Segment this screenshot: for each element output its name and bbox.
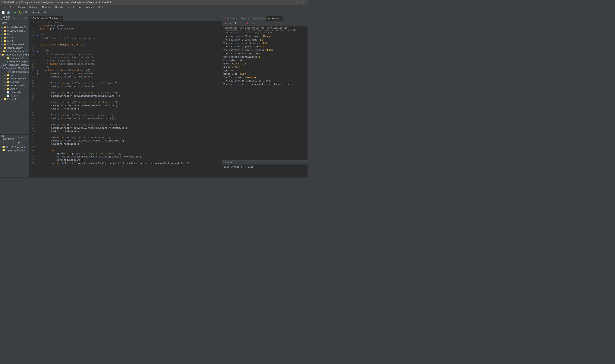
line-content[interactable]: System.out.print("The customer's birth y… (39, 101, 222, 104)
minimize-btn[interactable]: — (296, 1, 299, 4)
line-breakpoint[interactable] (36, 50, 39, 53)
collapse-all-btn[interactable]: ≡ (13, 16, 16, 20)
line-breakpoint[interactable] (36, 85, 39, 88)
window-controls[interactable]: — □ × (296, 1, 306, 4)
tree-scrollbar[interactable] (0, 133, 29, 134)
tree-item[interactable]: ▶📁In-Lab Exercise 04 (0, 29, 29, 32)
line-content[interactable]: */ (39, 66, 222, 69)
console-pin-btn[interactable]: 📌 (245, 21, 250, 26)
line-content[interactable]: * The main method that prompt for (39, 53, 222, 56)
tab-javadoc[interactable]: Javadoc (239, 16, 251, 21)
line-breakpoint[interactable] (36, 82, 39, 85)
line-content[interactable]: System.out.print("The customer's gender:… (39, 114, 222, 117)
line-breakpoint[interactable] (36, 149, 39, 152)
line-breakpoint[interactable] (36, 88, 39, 91)
menu-source[interactable]: Source (16, 5, 27, 9)
perspective-btn[interactable]: ⊞ (43, 10, 47, 15)
line-content[interactable]: public class CarRegistrationTest { (39, 43, 222, 47)
line-breakpoint[interactable] (36, 30, 39, 34)
tree-item[interactable]: ▶📁In-Lab Exercise 03 (0, 26, 29, 29)
line-content[interactable]: * @param args Command line argumen (39, 63, 222, 66)
line-breakpoint[interactable] (36, 155, 39, 158)
line-content[interactable]: carRegistration.setLastName(keyboard.nex… (39, 94, 222, 98)
line-content[interactable] (39, 146, 222, 149)
line-content[interactable]: keyboard.nextLine(); (39, 130, 222, 133)
editor-tab-close[interactable]: × (60, 17, 61, 19)
line-content[interactable]: Scanner keyboard = new Scanner (39, 72, 222, 75)
line-content[interactable]: carRegistration.setGender(keyboard.nextL… (39, 117, 222, 120)
line-breakpoint[interactable] (36, 127, 39, 130)
line-content[interactable] (39, 78, 222, 82)
line-breakpoint[interactable] (36, 123, 39, 127)
git-minimize-btn[interactable]: — (21, 136, 24, 139)
git-panel-menu-btn[interactable]: ▾ (17, 136, 20, 139)
line-content[interactable]: import java.util.Scanner; (39, 27, 222, 30)
menu-run[interactable]: Run (76, 5, 84, 9)
git-link-btn[interactable]: 🔗 (16, 140, 21, 145)
line-content[interactable]: }while(carRegistration.getUpgradeCoeffic… (39, 162, 222, 165)
tree-item[interactable]: ▶📁PreFinal (0, 97, 29, 101)
line-content[interactable]: carRegistration.setYearlyIncome(keyboard… (39, 127, 222, 130)
console-scroll-btn[interactable]: ↓ (240, 21, 244, 26)
menu-search[interactable]: Search (53, 5, 65, 9)
line-breakpoint[interactable] (36, 136, 39, 139)
menu-help[interactable]: Help (96, 5, 105, 9)
line-breakpoint[interactable] (36, 114, 39, 117)
menu-project[interactable]: Project (65, 5, 75, 9)
line-content[interactable]: keyboard.nextLine(); (39, 158, 222, 162)
console-tab-close[interactable]: × (280, 17, 281, 20)
tree-item[interactable]: ▼📁Level 2 Assignment 1 (0, 50, 29, 53)
line-content[interactable]: System.out.print("The customer's yearly … (39, 123, 222, 127)
line-breakpoint[interactable] (36, 133, 39, 136)
line-content[interactable]: do { (39, 149, 222, 152)
tree-item[interactable]: ▶📁Lab 2 (0, 32, 29, 36)
next-btn[interactable]: ▶ (36, 10, 41, 15)
line-content[interactable] (39, 98, 222, 101)
line-content[interactable]: * This is a class for car registration (39, 37, 222, 40)
menu-window[interactable]: Window (84, 5, 96, 9)
editor-content[interactable]: 6 * Student Name: 7package assignment1;8… (29, 21, 222, 177)
minimize-panel-btn[interactable]: — (21, 16, 24, 20)
line-content[interactable] (39, 88, 222, 91)
tree-item[interactable]: JCarRegistrationTest2.java (0, 66, 29, 70)
tree-item[interactable]: ▶📁doc.assignment1 (0, 77, 29, 80)
git-refresh-btn[interactable]: ↺ (11, 140, 16, 145)
line-breakpoint[interactable] (36, 111, 39, 114)
line-breakpoint[interactable] (36, 78, 39, 82)
line-breakpoint[interactable] (36, 27, 39, 30)
tree-item[interactable]: JCarSelection.java (0, 70, 29, 73)
line-breakpoint[interactable] (36, 94, 39, 98)
line-content[interactable]: keyboard.nextLine(); (39, 107, 222, 111)
maximize-panel-btn[interactable]: □ (24, 16, 28, 20)
line-breakpoint[interactable] (36, 40, 39, 43)
tree-item[interactable]: ▶📁Lab 3 (0, 36, 29, 39)
line-breakpoint[interactable] (36, 120, 39, 123)
console-clear-btn[interactable]: 🗑 (233, 21, 238, 26)
line-content[interactable]: keyboard.nextLine(); (39, 143, 222, 146)
line-breakpoint[interactable] (36, 72, 39, 75)
line-content[interactable]: System.out.print("The customer's last na… (39, 91, 222, 94)
line-content[interactable]: carRegistration.setFirstName(ke (39, 85, 222, 88)
junit-tab[interactable]: JUnit (1, 22, 8, 24)
line-content[interactable]: System.out.print("The customer's first n… (39, 82, 222, 85)
menu-refactor[interactable]: Refactor (28, 5, 40, 9)
line-breakpoint[interactable] (36, 59, 39, 63)
console-new-btn[interactable]: + (250, 21, 255, 26)
line-breakpoint[interactable] (36, 56, 39, 59)
git-tree-item[interactable]: ▶📁CST8116_Assignment_03_Xihong_Lin [mas (0, 145, 29, 148)
line-breakpoint[interactable] (36, 53, 39, 56)
menu-edit[interactable]: Edit (9, 5, 16, 9)
line-breakpoint[interactable] (36, 162, 39, 165)
tree-item[interactable]: ▶📁Lab 4 (0, 39, 29, 43)
console-remove-btn[interactable]: ✕ (228, 21, 233, 26)
line-content[interactable] (39, 120, 222, 123)
line-breakpoint[interactable] (36, 43, 39, 47)
line-content[interactable]: System.out.print("Car upgrade coefficien… (39, 152, 222, 155)
line-content[interactable] (39, 30, 222, 34)
line-content[interactable] (39, 111, 222, 114)
git-tree-item[interactable]: 📁repository [master] - C:\CST8116Homew (0, 148, 29, 152)
tree-item[interactable]: ▶📁lecture3activity (0, 46, 29, 50)
tree-item[interactable]: 📄.classpath (0, 91, 29, 94)
git-maximize-btn[interactable]: □ (24, 136, 28, 139)
tree-item[interactable]: 📄.project (0, 94, 29, 97)
